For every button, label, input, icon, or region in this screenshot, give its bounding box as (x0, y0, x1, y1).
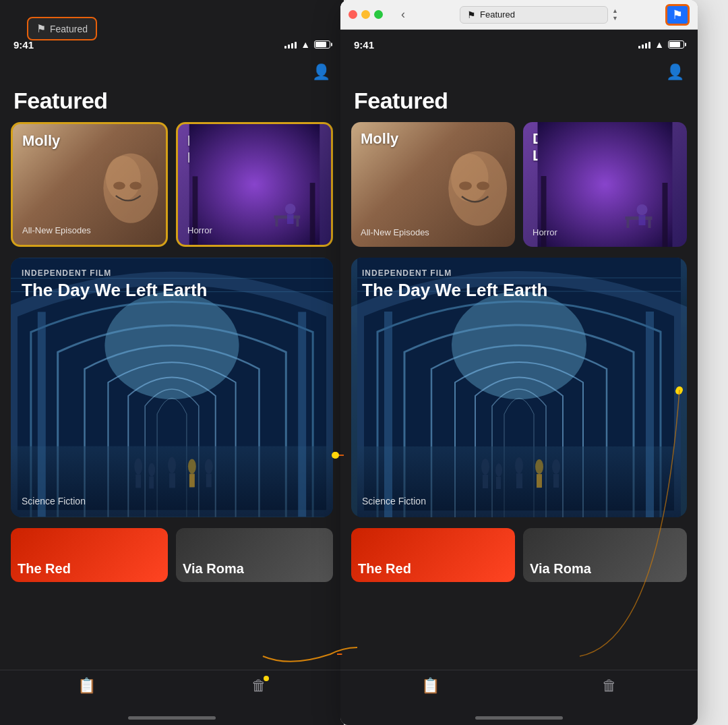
flag-icon-left: ⚑ (36, 22, 46, 35)
stepper-down-icon: ▼ (612, 15, 618, 22)
cards-row-left: Molly All-New Episodes Don'tLook Up (0, 122, 344, 247)
the-red-card-left[interactable]: The Red (11, 528, 168, 582)
person-icon-left: 👤 (312, 63, 330, 80)
home-indicator-left (128, 716, 216, 720)
svg-point-27 (188, 459, 196, 474)
svg-point-19 (148, 463, 155, 477)
tab-item-2-right[interactable]: 🗑 (602, 677, 617, 695)
stepper-up-icon: ▲ (612, 7, 618, 14)
the-red-card-right[interactable]: The Red (351, 528, 515, 582)
svg-rect-37 (538, 122, 673, 247)
bottom-cards-right: The Red Via Roma (340, 528, 698, 582)
featured-heading-right: Featured (340, 85, 698, 122)
minimize-button[interactable] (361, 10, 370, 19)
svg-rect-55 (516, 473, 522, 488)
status-icons-right: ▲ (638, 39, 684, 50)
account-icon-right[interactable]: 👤 (340, 59, 698, 85)
tab-item-1-right[interactable]: 📋 (421, 677, 439, 695)
svg-point-2 (114, 181, 126, 190)
maximize-button[interactable] (374, 10, 383, 19)
titlebar-title-input[interactable]: ⚑ Featured (460, 6, 608, 24)
svg-point-52 (495, 463, 502, 477)
svg-rect-59 (553, 474, 559, 488)
big-feature-title-left: The Day We Left Earth (22, 281, 207, 300)
svg-point-58 (552, 459, 560, 474)
tab-bar-right: 📋 🗑 (340, 670, 698, 725)
titlebar-flag-button[interactable]: ⚑ (665, 4, 690, 26)
bottom-cards-left: The Red Via Roma (0, 528, 344, 582)
svg-point-10 (285, 204, 295, 214)
svg-point-21 (168, 457, 176, 473)
home-indicator-right (475, 716, 563, 720)
svg-rect-48 (384, 312, 392, 517)
big-feature-genre-right: Science Fiction (362, 496, 426, 506)
tab-item-2-left[interactable]: 🗑 (251, 677, 266, 695)
status-bar-right: 9:41 ▲ (340, 30, 698, 59)
svg-rect-6 (310, 183, 315, 245)
cards-row-right: Molly All-New Episodes Don'tLook Up (340, 122, 698, 247)
phone-left: ⚑ Featured 9:41 ▲ 👤 Featured Molly (0, 0, 344, 725)
back-button[interactable]: ‹ (394, 5, 413, 24)
back-icon: ‹ (401, 7, 405, 22)
titlebar-center: ⚑ Featured ▲ ▼ (418, 6, 660, 24)
dont-look-up-subtitle-right: Horror (533, 227, 557, 237)
signal-icon-left (284, 40, 297, 49)
big-feature-label-left: INDEPENDENT FILM (22, 268, 111, 278)
svg-rect-18 (135, 474, 141, 488)
svg-point-60 (535, 459, 543, 474)
time-right: 9:41 (354, 39, 374, 51)
via-roma-card-right[interactable]: Via Roma (523, 528, 687, 582)
big-feature-card-right[interactable]: INDEPENDENT FILM The Day We Left Earth S… (351, 258, 687, 517)
svg-rect-51 (483, 475, 488, 488)
tab-icon-1-left: 📋 (78, 677, 96, 695)
svg-rect-44 (639, 215, 646, 225)
signal-icon-right (638, 40, 650, 49)
molly-title-right: Molly (361, 130, 398, 147)
svg-point-25 (205, 459, 213, 474)
svg-rect-26 (206, 473, 212, 487)
wifi-icon-left: ▲ (301, 39, 310, 50)
macos-phone-content: 9:41 ▲ 👤 Featured (340, 30, 698, 725)
svg-rect-11 (287, 214, 294, 225)
svg-rect-61 (537, 474, 542, 488)
titlebar-stepper[interactable]: ▲ ▼ (612, 7, 618, 22)
tab-bar-left: 📋 🗑 (0, 670, 344, 725)
big-feature-card-left[interactable]: INDEPENDENT FILM The Day We Left Earth S… (11, 258, 333, 517)
dont-look-up-card-left[interactable]: Don'tLook Up (176, 122, 333, 247)
molly-card-left[interactable]: Molly All-New Episodes (11, 122, 168, 247)
battery-icon-right (668, 40, 684, 49)
wifi-icon-right: ▲ (655, 39, 664, 50)
svg-rect-49 (646, 312, 654, 517)
molly-title-left: Molly (22, 132, 60, 149)
svg-point-50 (481, 459, 489, 475)
person-icon-right: 👤 (666, 63, 684, 80)
svg-point-17 (134, 459, 142, 475)
svg-rect-8 (275, 219, 278, 227)
traffic-lights (348, 10, 383, 19)
svg-rect-16 (298, 312, 306, 517)
svg-rect-53 (496, 477, 501, 489)
dont-look-up-subtitle-left: Horror (187, 225, 212, 235)
dont-look-up-card-right[interactable]: Don'tLook Up (523, 122, 687, 247)
svg-rect-20 (149, 476, 154, 488)
big-feature-genre-left: Science Fiction (22, 496, 86, 506)
the-red-title-left: The Red (18, 561, 71, 577)
via-roma-card-left[interactable]: Via Roma (176, 528, 333, 582)
svg-point-34 (451, 154, 488, 202)
big-feature-title-right: The Day We Left Earth (362, 281, 547, 300)
svg-rect-28 (189, 473, 195, 487)
svg-rect-41 (627, 220, 630, 228)
svg-rect-9 (296, 219, 299, 227)
status-icons-left: ▲ (284, 39, 330, 50)
svg-point-36 (477, 181, 489, 190)
svg-point-43 (637, 204, 648, 215)
tab-item-1-left[interactable]: 📋 (78, 677, 96, 695)
account-icon-left[interactable]: 👤 (0, 59, 344, 85)
close-button[interactable] (348, 10, 357, 19)
svg-rect-22 (169, 473, 175, 488)
molly-card-right[interactable]: Molly All-New Episodes (351, 122, 515, 247)
macos-window: ‹ ⚑ Featured ▲ ▼ ⚑ 9:41 (340, 0, 698, 725)
titlebar-title-text: Featured (480, 9, 515, 20)
svg-point-1 (106, 156, 141, 200)
via-roma-title-right: Via Roma (530, 561, 591, 577)
